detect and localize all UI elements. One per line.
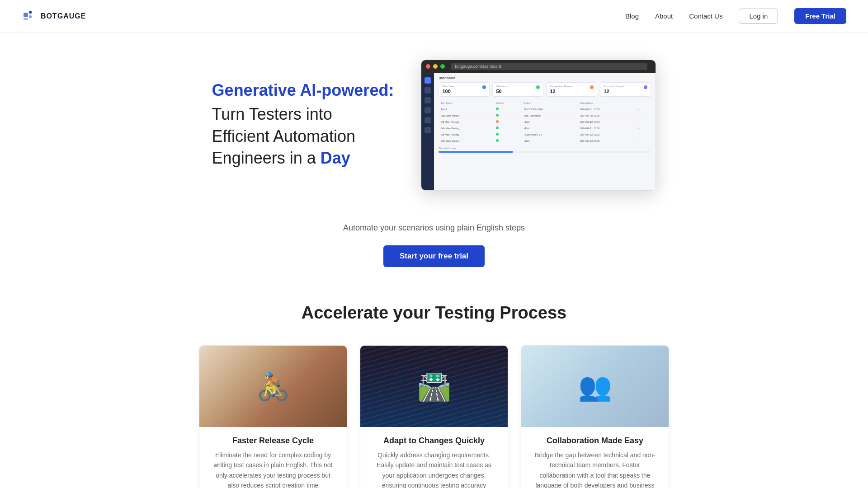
table-row: Edit Main Testing • Edit 2024-09-11 10:0… [439, 125, 651, 131]
table-row: Test A SUCCESS-100% 2024-09-01 10:00 ⋯ [439, 106, 651, 113]
nav-links: Blog About Contact Us Log in Free Trial [625, 8, 846, 24]
cell-result: SUCCESS-100% [522, 106, 578, 113]
sidebar-item-6 [425, 127, 431, 133]
card-value-2: 12 [550, 89, 594, 94]
sidebar-item-3 [425, 97, 431, 103]
card-label-1: Selections [496, 85, 540, 88]
cell-result: • Edit [522, 119, 578, 125]
cell-actions: ⋯ [636, 106, 651, 113]
cell-status [494, 106, 522, 113]
cell-result: • Connection 1.4 [522, 131, 578, 138]
feature-title-collab: Collaboration Made Easy [532, 436, 658, 446]
dash-card-3: Execution Threads 12 [600, 82, 651, 97]
feature-card-faster: Faster Release Cycle Eliminate the need … [199, 345, 347, 488]
cell-result: • Edit [522, 125, 578, 131]
cell-status [494, 138, 522, 144]
feature-card-body-adapt: Adapt to Changes Quickly Quickly address… [360, 427, 508, 488]
dash-card-1: Selections 50 [492, 82, 543, 97]
th-actions [636, 100, 651, 106]
card-label-2: Compilation Threads [550, 85, 594, 88]
dash-table-wrap: Test Case Status Result Timestamp Test A [439, 100, 651, 144]
logo-text: BOTGAUGE [41, 12, 86, 20]
dash-table: Test Case Status Result Timestamp Test A [439, 100, 651, 144]
nav-about[interactable]: About [655, 12, 673, 20]
svg-rect-3 [24, 18, 28, 20]
card-label-0: Test Cases [442, 85, 486, 88]
cta-button[interactable]: Start your free trial [383, 245, 485, 267]
status-dot [496, 114, 499, 117]
th-time: Timestamp [578, 100, 636, 106]
cell-time: 2024-09-13 10:00 [578, 138, 636, 144]
status-dot [496, 133, 499, 136]
accelerate-title: Accelerate your Testing Process [199, 303, 669, 323]
feature-img-bike [199, 346, 347, 427]
sidebar-item-5 [425, 117, 431, 123]
dash-table-body: Test A SUCCESS-100% 2024-09-01 10:00 ⋯ E… [439, 106, 651, 144]
svg-rect-0 [24, 13, 28, 17]
free-trial-button[interactable]: Free Trial [794, 8, 846, 24]
accelerate-section: Accelerate your Testing Process Faster R… [163, 294, 705, 488]
cell-status [494, 131, 522, 138]
logo-link[interactable]: BOTGAUGE [22, 9, 86, 23]
thread-bar-bg [439, 151, 651, 153]
dash-card-0: Test Cases 100 [439, 82, 490, 97]
status-dot [496, 120, 499, 123]
feature-img-highway [360, 346, 508, 427]
feature-card-adapt: Adapt to Changes Quickly Quickly address… [360, 345, 508, 488]
feature-img-collab [521, 346, 669, 427]
status-dot [496, 127, 499, 129]
thread-bar-fill [439, 151, 513, 153]
table-row: Edit Main Testing Edit Connection 2024-0… [439, 113, 651, 119]
cell-name: Edit Main Testing [439, 113, 494, 119]
feature-desc-collab: Bridge the gap between technical and non… [532, 450, 658, 488]
cell-actions: ⋯ [636, 119, 651, 125]
table-row: Diff Main Testing • Edit 2024-09-10 10:0… [439, 119, 651, 125]
cell-name: Test A [439, 106, 494, 113]
svg-rect-2 [29, 15, 32, 18]
url-bar: botgauge.com/dashboard [451, 63, 647, 70]
sidebar-item-4 [425, 107, 431, 113]
nav-contact[interactable]: Contact Us [689, 12, 722, 20]
cell-name: Edit Main Testing [439, 125, 494, 131]
hero-content: Generative AI-powered: Turn Testers into… [163, 33, 705, 209]
card-value-3: 12 [604, 89, 647, 94]
th-status: Status [494, 100, 522, 106]
navbar: BOTGAUGE Blog About Contact Us Log in Fr… [0, 0, 868, 33]
cell-name: Edit Main Testing [439, 138, 494, 144]
sidebar-item-2 [425, 87, 431, 94]
card-label-3: Execution Threads [604, 85, 647, 88]
url-text: botgauge.com/dashboard [455, 64, 501, 69]
feature-desc-adapt: Quickly address changing requirements. E… [371, 450, 497, 488]
cell-name: Diff Main Testing [439, 119, 494, 125]
hero-title-blue: Generative AI-powered: [212, 81, 394, 100]
cell-status [494, 119, 522, 125]
dash-card-2: Compilation Threads 12 [546, 82, 597, 97]
cell-actions: ⋯ [636, 138, 651, 144]
logo-icon [22, 9, 36, 23]
feature-desc-faster: Eliminate the need for complex coding by… [210, 450, 336, 488]
nav-blog[interactable]: Blog [625, 12, 639, 20]
card-value-0: 100 [442, 89, 486, 94]
cell-name: Diff Main Testing [439, 131, 494, 138]
cell-time: 2024-09-09 10:00 [578, 113, 636, 119]
hero-section: Generative AI-powered: Turn Testers into… [163, 33, 705, 267]
feature-title-faster: Faster Release Cycle [210, 436, 336, 446]
th-result: Result [522, 100, 578, 106]
table-header-row: Test Case Status Result Timestamp [439, 100, 651, 106]
screenshot-body: Dashboard Test Cases 100 Selections 50 [421, 73, 656, 190]
status-dot [496, 108, 499, 110]
cell-status [494, 113, 522, 119]
cell-time: 2024-09-10 10:00 [578, 119, 636, 125]
cell-actions: ⋯ [636, 131, 651, 138]
cell-time: 2024-09-11 10:00 [578, 125, 636, 131]
dash-main: Dashboard Test Cases 100 Selections 50 [434, 73, 656, 190]
cell-time: 2024-09-01 10:00 [578, 106, 636, 113]
table-row: Diff Main Testing • Connection 1.4 2024-… [439, 131, 651, 138]
table-row: Edit Main Testing • Edit 2024-09-13 10:0… [439, 138, 651, 144]
th-name: Test Case [439, 100, 494, 106]
cell-result: Edit Connection [522, 113, 578, 119]
login-button[interactable]: Log in [739, 9, 778, 23]
dash-threads: Threads Usage [439, 147, 651, 153]
cell-result: • Edit [522, 138, 578, 144]
hero-title-black: Turn Testers into Efficient Automation E… [212, 103, 394, 169]
